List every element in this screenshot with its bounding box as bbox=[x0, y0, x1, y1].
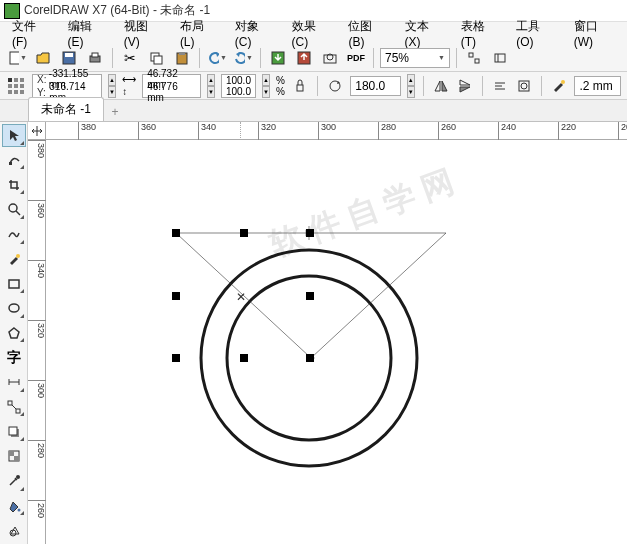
svg-rect-4 bbox=[92, 53, 98, 57]
publish-button[interactable]: PDF bbox=[345, 47, 367, 69]
new-button[interactable]: ▼ bbox=[6, 47, 28, 69]
menu-object[interactable]: 对象(C) bbox=[227, 16, 282, 51]
menu-table[interactable]: 表格(T) bbox=[453, 16, 507, 51]
sel-handle-mr[interactable] bbox=[306, 292, 314, 300]
scale-input[interactable]: 100.0 100.0 bbox=[221, 74, 256, 98]
canvas[interactable]: 软件自学网 ✕ bbox=[46, 140, 627, 544]
svg-rect-22 bbox=[20, 84, 24, 88]
ruler-vertical[interactable]: 380 360 340 320 300 280 260 bbox=[28, 140, 46, 544]
menu-layout[interactable]: 布局(L) bbox=[172, 16, 225, 51]
freehand-tool[interactable] bbox=[2, 223, 26, 246]
drop-shadow-tool[interactable] bbox=[2, 420, 26, 443]
print-button[interactable] bbox=[84, 47, 106, 69]
zoom-level[interactable]: 75%▼ bbox=[380, 48, 450, 68]
menu-file[interactable]: 文件(F) bbox=[4, 16, 58, 51]
rotation-icon bbox=[326, 75, 344, 97]
menu-tools[interactable]: 工具(O) bbox=[508, 16, 563, 51]
scale-spinner[interactable]: ▲▼ bbox=[262, 74, 270, 98]
svg-point-35 bbox=[9, 204, 17, 212]
svg-rect-11 bbox=[324, 55, 336, 63]
svg-rect-17 bbox=[8, 78, 12, 82]
menu-window[interactable]: 窗口(W) bbox=[566, 16, 623, 51]
svg-rect-38 bbox=[9, 280, 19, 288]
undo-button[interactable]: ▼ bbox=[206, 47, 228, 69]
rotation-input[interactable]: 180.0 bbox=[350, 76, 401, 96]
menu-effect[interactable]: 效果(C) bbox=[284, 16, 339, 51]
sel-handle-bm[interactable] bbox=[240, 354, 248, 362]
mirror-h-button[interactable] bbox=[432, 75, 450, 97]
artistic-media-tool[interactable] bbox=[2, 248, 26, 271]
drawing-content[interactable] bbox=[46, 140, 627, 544]
menu-text[interactable]: 文本(X) bbox=[397, 16, 451, 51]
sel-handle-tl[interactable] bbox=[172, 229, 180, 237]
svg-rect-18 bbox=[14, 78, 18, 82]
snap-button[interactable] bbox=[463, 47, 485, 69]
canvas-area: 380 360 340 320 300 280 260 240 220 200 … bbox=[28, 122, 627, 544]
shape-tool[interactable] bbox=[2, 149, 26, 172]
connector-tool[interactable] bbox=[2, 396, 26, 419]
zoom-tool[interactable] bbox=[2, 198, 26, 221]
svg-rect-50 bbox=[14, 456, 19, 461]
percent-label-2: % bbox=[276, 86, 285, 97]
size-spinner[interactable]: ▲▼ bbox=[207, 74, 215, 98]
svg-rect-49 bbox=[9, 451, 14, 456]
menu-bitmap[interactable]: 位图(B) bbox=[340, 16, 394, 51]
sel-handle-br[interactable] bbox=[306, 354, 314, 362]
wrap-button[interactable] bbox=[515, 75, 533, 97]
height-icon: ↕ bbox=[122, 86, 136, 97]
pick-tool[interactable] bbox=[2, 124, 26, 147]
svg-rect-21 bbox=[14, 84, 18, 88]
tab-document[interactable]: 未命名 -1 bbox=[28, 97, 104, 121]
position-input[interactable]: X:-331.155 mm Y:316.714 mm bbox=[32, 74, 102, 98]
position-spinner[interactable]: ▲▼ bbox=[108, 74, 116, 98]
document-tabs: 未命名 -1 + bbox=[0, 100, 627, 122]
sel-handle-tr[interactable] bbox=[306, 229, 314, 237]
svg-rect-25 bbox=[20, 90, 24, 94]
cut-button[interactable]: ✂ bbox=[119, 47, 141, 69]
svg-rect-26 bbox=[297, 85, 303, 91]
outline-width-input[interactable]: .2 mm bbox=[574, 76, 621, 96]
svg-rect-14 bbox=[475, 59, 479, 63]
ruler-horizontal[interactable]: 380 360 340 320 300 280 260 240 220 200 bbox=[46, 122, 627, 140]
menu-view[interactable]: 视图(V) bbox=[116, 16, 170, 51]
align-button[interactable] bbox=[491, 75, 509, 97]
copy-button[interactable] bbox=[145, 47, 167, 69]
ellipse-tool[interactable] bbox=[2, 297, 26, 320]
size-input[interactable]: 46.732 mm 46.776 mm bbox=[142, 74, 201, 98]
menu-edit[interactable]: 编辑(E) bbox=[60, 16, 114, 51]
crop-tool[interactable] bbox=[2, 173, 26, 196]
polygon-tool[interactable] bbox=[2, 322, 26, 345]
svg-rect-6 bbox=[154, 56, 162, 64]
svg-rect-0 bbox=[10, 52, 19, 64]
sel-handle-bl[interactable] bbox=[172, 354, 180, 362]
sel-handle-tm[interactable] bbox=[240, 229, 248, 237]
export-button[interactable] bbox=[293, 47, 315, 69]
sel-handle-ml[interactable] bbox=[172, 292, 180, 300]
options-button[interactable] bbox=[489, 47, 511, 69]
rotation-spinner[interactable]: ▲▼ bbox=[407, 74, 415, 98]
redo-button[interactable]: ▼ bbox=[232, 47, 254, 69]
rectangle-tool[interactable] bbox=[2, 272, 26, 295]
dimension-tool[interactable] bbox=[2, 371, 26, 394]
ruler-origin[interactable] bbox=[28, 122, 46, 140]
percent-label: % bbox=[276, 75, 285, 86]
import-button[interactable] bbox=[267, 47, 289, 69]
smart-fill-tool[interactable] bbox=[2, 519, 26, 542]
svg-point-39 bbox=[9, 304, 19, 312]
svg-rect-43 bbox=[8, 401, 12, 405]
eyedropper-tool[interactable] bbox=[2, 470, 26, 493]
powerclip-button[interactable] bbox=[319, 47, 341, 69]
text-tool[interactable]: 字 bbox=[2, 346, 26, 369]
object-position-icon bbox=[6, 75, 26, 97]
tab-add-button[interactable]: + bbox=[106, 103, 124, 121]
transparency-tool[interactable] bbox=[2, 445, 26, 468]
svg-rect-23 bbox=[8, 90, 12, 94]
paste-button[interactable] bbox=[171, 47, 193, 69]
lock-ratio-button[interactable] bbox=[291, 75, 309, 97]
svg-rect-8 bbox=[179, 52, 185, 55]
open-button[interactable] bbox=[32, 47, 54, 69]
fill-tool[interactable] bbox=[2, 495, 26, 518]
mirror-v-button[interactable] bbox=[456, 75, 474, 97]
toolbox: 字 bbox=[0, 122, 28, 544]
save-button[interactable] bbox=[58, 47, 80, 69]
